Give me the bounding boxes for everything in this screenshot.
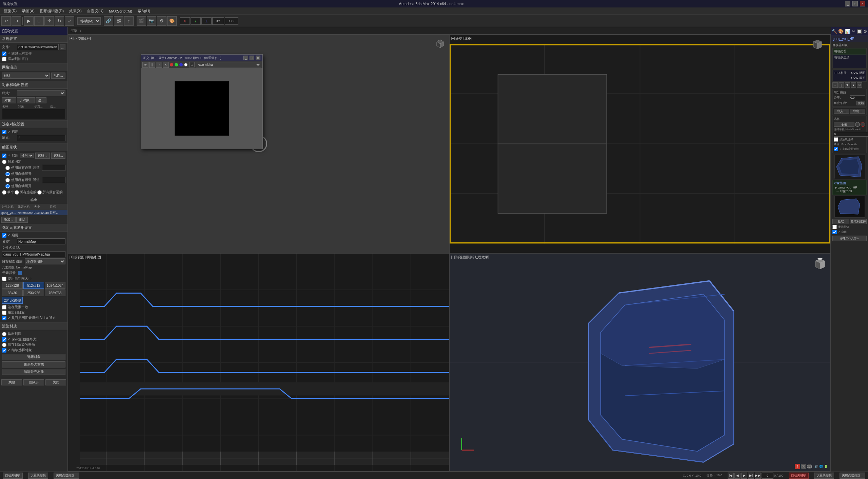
prop-icon-gear[interactable]: ⚙ (863, 29, 867, 34)
prop-icon-paint[interactable]: 🎨 (838, 29, 844, 34)
work-geom-btn[interactable]: 修建工作几何体 (832, 236, 867, 241)
skip-existing-checkbox[interactable] (2, 52, 6, 56)
bottom-right-viewport[interactable]: [+][前视图][明暗处理效果] (449, 253, 831, 472)
shrink-btn[interactable]: 收缩 (834, 122, 854, 127)
file-input[interactable] (17, 44, 59, 50)
size-1024-btn[interactable]: 1024x1024 (45, 282, 65, 289)
save-render-radio[interactable] (2, 343, 6, 347)
filename-input[interactable] (2, 251, 65, 257)
element-name-input[interactable] (17, 238, 65, 244)
pick-to-sel-btn[interactable]: 拾取到选择 (850, 219, 867, 224)
maximize-btn[interactable]: □ (852, 1, 858, 6)
mapping-channel-input[interactable] (42, 165, 65, 171)
mod-tb-2[interactable]: | (839, 82, 844, 88)
output-target-checkbox[interactable] (2, 311, 6, 315)
one-element-checkbox[interactable] (2, 305, 6, 310)
common-settings-header[interactable]: 常规设置 (0, 35, 67, 43)
update-external-btn[interactable]: 清润外壳材质 (2, 369, 65, 375)
timeline-start-btn[interactable]: |◀ (728, 473, 734, 479)
mapping-object-faces-radio[interactable] (2, 160, 6, 164)
update-shell-btn[interactable]: 更新外壳材质 (2, 361, 65, 367)
element-settings-header[interactable]: 选定元素通用设置 (0, 224, 67, 232)
channel-red-dot[interactable] (170, 63, 173, 66)
continue-select-checkbox[interactable] (2, 348, 6, 353)
element-enable-checkbox[interactable] (2, 233, 6, 238)
enable-checkbox[interactable] (832, 230, 837, 234)
status-btn-2[interactable]: 设置关键帧 (28, 473, 48, 479)
network-header[interactable]: 网络渲染 (0, 64, 67, 71)
select-obj-header[interactable]: 选定对象设置 (0, 121, 67, 128)
channel-green-dot[interactable] (175, 63, 178, 66)
bind-btn[interactable]: ↕ (124, 16, 134, 26)
network-select[interactable]: 默认 (2, 73, 50, 79)
edge-btn[interactable]: 边... (36, 97, 46, 103)
pick-btn[interactable]: 拾取 (832, 219, 849, 224)
select-obj-enable-checkbox[interactable] (2, 130, 6, 134)
io-settings-header[interactable]: 对象和输出设置 (0, 81, 67, 89)
menu-animation[interactable]: 动画(A) (19, 8, 37, 14)
size-512-btn[interactable]: 512x512 (23, 282, 44, 289)
output-dest-radio[interactable] (2, 332, 6, 336)
auto-size-checkbox[interactable] (2, 277, 6, 281)
close-panel-btn[interactable]: 关闭 (45, 379, 66, 385)
render-material-header[interactable]: 渲染材质 (0, 323, 67, 330)
size-256-btn[interactable]: 256x256 (23, 290, 44, 296)
size-128-btn[interactable]: 128x128 (2, 282, 23, 289)
display-clip-checkbox[interactable] (832, 225, 837, 229)
ignore-back-checkbox[interactable] (834, 147, 838, 151)
mapping-use-all-radio[interactable] (5, 178, 10, 182)
modifier-item-uvw[interactable]: 明暗多边形 (833, 55, 866, 60)
channel-alpha-dot[interactable] (184, 63, 188, 66)
output-all-selected-radio[interactable] (15, 190, 19, 195)
float-tb-extra[interactable]: □ (189, 62, 195, 67)
sel-circle-1[interactable] (855, 122, 860, 127)
render-view-btn[interactable]: 📷 (147, 16, 156, 26)
top-right-viewport[interactable]: [+][正交][线框] (449, 35, 831, 253)
network-active-btn[interactable]: 活性... (51, 73, 65, 79)
output-all-best-radio[interactable] (37, 190, 42, 195)
prop-icon-hammer[interactable]: 🔨 (832, 29, 837, 34)
menu-effects[interactable]: 效果(X) (66, 8, 84, 14)
mapping-enable-checkbox[interactable] (2, 154, 6, 158)
timeline-end-btn[interactable]: ▶▶| (755, 473, 761, 479)
target-map-select[interactable]: 环点贴图图 (25, 258, 65, 264)
menu-maxscript[interactable]: MAXScript(M) (106, 8, 135, 14)
mapping-header[interactable]: 贴图形状 (0, 144, 67, 151)
save-external-checkbox[interactable] (2, 337, 6, 342)
link-btn[interactable]: 🔗 (104, 16, 113, 26)
float-tb-btn-4[interactable]: ✕ (163, 62, 169, 68)
delete-btn[interactable]: 删除 (16, 217, 28, 223)
import-btn[interactable]: 导入... (834, 109, 849, 114)
size-768-btn[interactable]: 768x768 (45, 290, 65, 296)
timeline-next-btn[interactable]: ▶| (748, 473, 754, 479)
mod-tb-5[interactable]: ⚙ (857, 82, 862, 88)
subtarget-btn[interactable]: 子对象... (17, 97, 35, 103)
file-browse-btn[interactable]: … (60, 44, 65, 50)
minimize-btn[interactable]: _ (845, 1, 850, 6)
mapping-select-btn[interactable]: 选取... (35, 153, 50, 159)
output-single-radio[interactable] (2, 190, 6, 195)
mod-tb-3[interactable]: ▼ (845, 82, 850, 88)
mod-tb-4[interactable]: ▲ (851, 82, 856, 88)
shadow-alpha-checkbox[interactable] (2, 316, 6, 320)
floating-minimize-btn[interactable]: _ (243, 56, 248, 60)
floating-maximize-btn[interactable]: □ (250, 56, 254, 60)
size-custom-btn[interactable]: 36x36 (2, 290, 23, 296)
mapping-channel2-input[interactable] (42, 177, 65, 183)
selected-obj-btn[interactable]: 选择对象 (2, 354, 65, 360)
file-row-1[interactable]: gang_you_HPN... NormalMap 2048x2048 目标..… (0, 210, 67, 216)
rotate-btn[interactable]: ↻ (55, 16, 64, 26)
style-select[interactable] (17, 90, 65, 96)
mapping-use-auto2-radio[interactable] (5, 184, 10, 188)
mapping-all-auto-radio[interactable] (5, 166, 10, 170)
bottom-left-viewport[interactable]: [+][前视图][明暗处理] (68, 253, 449, 472)
render-btn[interactable]: 🎬 (137, 16, 146, 26)
unlink-btn[interactable]: ⛓ (114, 16, 123, 26)
float-tb-btn-2[interactable]: || (149, 62, 155, 68)
prop-icon-box[interactable]: 🔲 (856, 29, 862, 34)
mapping-style-select[interactable]: 设别 (20, 153, 34, 158)
prop-icon-cut[interactable]: ✂ (852, 29, 855, 34)
float-tb-btn-1[interactable]: ⟳ (142, 62, 149, 68)
export-btn[interactable]: 导出... (850, 109, 866, 114)
timeline-play-btn[interactable]: ▶ (741, 473, 747, 479)
